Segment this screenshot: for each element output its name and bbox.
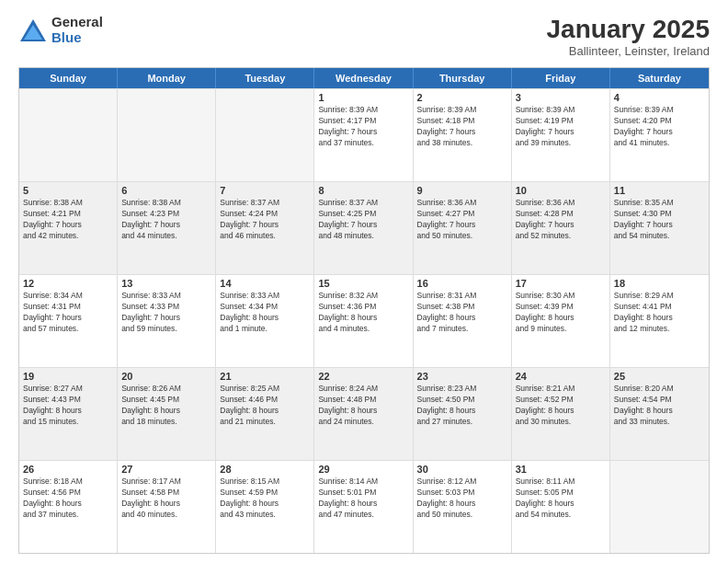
day-cell-18: 18Sunrise: 8:29 AM Sunset: 4:41 PM Dayli… [610,275,709,367]
day-number: 17 [516,278,606,289]
day-number: 15 [318,278,408,289]
header-day-friday: Friday [512,68,610,88]
day-number: 20 [121,371,211,382]
day-number: 11 [614,185,705,196]
day-info: Sunrise: 8:36 AM Sunset: 4:28 PM Dayligh… [516,198,606,242]
day-number: 23 [417,371,507,382]
day-info: Sunrise: 8:23 AM Sunset: 4:50 PM Dayligh… [417,384,507,428]
empty-cell [19,89,118,181]
day-cell-4: 4Sunrise: 8:39 AM Sunset: 4:20 PM Daylig… [610,89,709,181]
day-info: Sunrise: 8:17 AM Sunset: 4:58 PM Dayligh… [121,477,211,521]
day-number: 14 [220,278,310,289]
day-info: Sunrise: 8:30 AM Sunset: 4:39 PM Dayligh… [516,291,606,335]
calendar-title: January 2025 [547,15,710,44]
day-info: Sunrise: 8:33 AM Sunset: 4:34 PM Dayligh… [220,291,310,335]
day-cell-17: 17Sunrise: 8:30 AM Sunset: 4:39 PM Dayli… [512,275,610,367]
day-number: 4 [614,92,705,103]
day-cell-2: 2Sunrise: 8:39 AM Sunset: 4:18 PM Daylig… [414,89,512,181]
empty-cell [118,89,216,181]
day-cell-8: 8Sunrise: 8:37 AM Sunset: 4:25 PM Daylig… [314,182,413,274]
day-info: Sunrise: 8:35 AM Sunset: 4:30 PM Dayligh… [614,198,705,242]
day-cell-11: 11Sunrise: 8:35 AM Sunset: 4:30 PM Dayli… [610,182,709,274]
day-number: 31 [516,464,606,475]
day-cell-10: 10Sunrise: 8:36 AM Sunset: 4:28 PM Dayli… [512,182,610,274]
day-info: Sunrise: 8:38 AM Sunset: 4:21 PM Dayligh… [23,198,113,242]
day-cell-12: 12Sunrise: 8:34 AM Sunset: 4:31 PM Dayli… [19,275,118,367]
calendar-row-1: 1Sunrise: 8:39 AM Sunset: 4:17 PM Daylig… [19,88,709,181]
day-info: Sunrise: 8:33 AM Sunset: 4:33 PM Dayligh… [121,291,211,335]
day-cell-21: 21Sunrise: 8:25 AM Sunset: 4:46 PM Dayli… [216,368,314,460]
calendar: SundayMondayTuesdayWednesdayThursdayFrid… [18,67,710,554]
day-info: Sunrise: 8:31 AM Sunset: 4:38 PM Dayligh… [417,291,507,335]
day-info: Sunrise: 8:37 AM Sunset: 4:24 PM Dayligh… [220,198,310,242]
day-cell-7: 7Sunrise: 8:37 AM Sunset: 4:24 PM Daylig… [216,182,314,274]
day-cell-28: 28Sunrise: 8:15 AM Sunset: 4:59 PM Dayli… [216,461,314,553]
header-day-tuesday: Tuesday [216,68,314,88]
header-day-monday: Monday [118,68,216,88]
calendar-row-3: 12Sunrise: 8:34 AM Sunset: 4:31 PM Dayli… [19,274,709,367]
day-cell-20: 20Sunrise: 8:26 AM Sunset: 4:45 PM Dayli… [118,368,216,460]
day-cell-3: 3Sunrise: 8:39 AM Sunset: 4:19 PM Daylig… [512,89,610,181]
day-number: 3 [516,92,606,103]
day-cell-14: 14Sunrise: 8:33 AM Sunset: 4:34 PM Dayli… [216,275,314,367]
day-info: Sunrise: 8:24 AM Sunset: 4:48 PM Dayligh… [318,384,408,428]
day-number: 25 [614,371,705,382]
day-number: 26 [23,464,113,475]
day-info: Sunrise: 8:21 AM Sunset: 4:52 PM Dayligh… [516,384,606,428]
day-cell-22: 22Sunrise: 8:24 AM Sunset: 4:48 PM Dayli… [314,368,413,460]
day-number: 10 [516,185,606,196]
day-number: 19 [23,371,113,382]
day-cell-15: 15Sunrise: 8:32 AM Sunset: 4:36 PM Dayli… [314,275,413,367]
day-number: 1 [318,92,408,103]
header-day-sunday: Sunday [19,68,118,88]
day-info: Sunrise: 8:25 AM Sunset: 4:46 PM Dayligh… [220,384,310,428]
day-number: 8 [318,185,408,196]
day-info: Sunrise: 8:39 AM Sunset: 4:19 PM Dayligh… [516,105,606,149]
day-info: Sunrise: 8:34 AM Sunset: 4:31 PM Dayligh… [23,291,113,335]
day-cell-30: 30Sunrise: 8:12 AM Sunset: 5:03 PM Dayli… [414,461,512,553]
title-block: January 2025 Ballinteer, Leinster, Irela… [547,15,710,58]
day-info: Sunrise: 8:36 AM Sunset: 4:27 PM Dayligh… [417,198,507,242]
day-info: Sunrise: 8:14 AM Sunset: 5:01 PM Dayligh… [318,477,408,521]
day-number: 12 [23,278,113,289]
day-cell-5: 5Sunrise: 8:38 AM Sunset: 4:21 PM Daylig… [19,182,118,274]
day-number: 27 [121,464,211,475]
day-info: Sunrise: 8:39 AM Sunset: 4:17 PM Dayligh… [318,105,408,149]
day-cell-27: 27Sunrise: 8:17 AM Sunset: 4:58 PM Dayli… [118,461,216,553]
day-number: 18 [614,278,705,289]
day-cell-1: 1Sunrise: 8:39 AM Sunset: 4:17 PM Daylig… [314,89,413,181]
day-info: Sunrise: 8:18 AM Sunset: 4:56 PM Dayligh… [23,477,113,521]
header-day-saturday: Saturday [610,68,709,88]
day-info: Sunrise: 8:15 AM Sunset: 4:59 PM Dayligh… [220,477,310,521]
day-cell-23: 23Sunrise: 8:23 AM Sunset: 4:50 PM Dayli… [414,368,512,460]
day-number: 2 [417,92,507,103]
day-number: 30 [417,464,507,475]
day-number: 9 [417,185,507,196]
calendar-subtitle: Ballinteer, Leinster, Ireland [547,44,710,58]
day-info: Sunrise: 8:37 AM Sunset: 4:25 PM Dayligh… [318,198,408,242]
day-cell-26: 26Sunrise: 8:18 AM Sunset: 4:56 PM Dayli… [19,461,118,553]
header-day-wednesday: Wednesday [314,68,413,88]
day-cell-29: 29Sunrise: 8:14 AM Sunset: 5:01 PM Dayli… [314,461,413,553]
day-number: 16 [417,278,507,289]
day-number: 7 [220,185,310,196]
day-number: 5 [23,185,113,196]
day-info: Sunrise: 8:11 AM Sunset: 5:05 PM Dayligh… [516,477,606,521]
calendar-body: 1Sunrise: 8:39 AM Sunset: 4:17 PM Daylig… [19,88,709,553]
day-number: 6 [121,185,211,196]
page-header: General Blue January 2025 Ballinteer, Le… [18,15,710,58]
day-info: Sunrise: 8:29 AM Sunset: 4:41 PM Dayligh… [614,291,705,335]
header-day-thursday: Thursday [414,68,512,88]
logo-text: General Blue [51,15,103,45]
day-number: 13 [121,278,211,289]
day-info: Sunrise: 8:12 AM Sunset: 5:03 PM Dayligh… [417,477,507,521]
day-cell-19: 19Sunrise: 8:27 AM Sunset: 4:43 PM Dayli… [19,368,118,460]
day-info: Sunrise: 8:39 AM Sunset: 4:20 PM Dayligh… [614,105,705,149]
calendar-row-2: 5Sunrise: 8:38 AM Sunset: 4:21 PM Daylig… [19,181,709,274]
day-cell-9: 9Sunrise: 8:36 AM Sunset: 4:27 PM Daylig… [414,182,512,274]
day-info: Sunrise: 8:26 AM Sunset: 4:45 PM Dayligh… [121,384,211,428]
day-cell-16: 16Sunrise: 8:31 AM Sunset: 4:38 PM Dayli… [414,275,512,367]
logo: General Blue [18,15,103,45]
day-number: 28 [220,464,310,475]
day-info: Sunrise: 8:20 AM Sunset: 4:54 PM Dayligh… [614,384,705,428]
